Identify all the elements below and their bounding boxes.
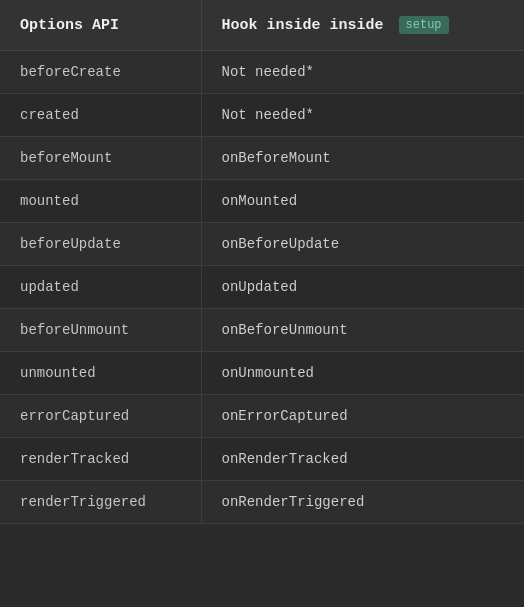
- options-api-cell: beforeUpdate: [0, 223, 201, 266]
- options-api-cell: beforeUnmount: [0, 309, 201, 352]
- table-row: beforeUpdateonBeforeUpdate: [0, 223, 524, 266]
- options-api-cell: renderTracked: [0, 438, 201, 481]
- hook-cell: onMounted: [201, 180, 524, 223]
- table-row: renderTrackedonRenderTracked: [0, 438, 524, 481]
- table-body: beforeCreateNot needed*createdNot needed…: [0, 51, 524, 524]
- options-api-cell: renderTriggered: [0, 481, 201, 524]
- hook-cell: onErrorCaptured: [201, 395, 524, 438]
- table-row: beforeMountonBeforeMount: [0, 137, 524, 180]
- table-row: unmountedonUnmounted: [0, 352, 524, 395]
- options-api-cell: beforeMount: [0, 137, 201, 180]
- table-row: beforeCreateNot needed*: [0, 51, 524, 94]
- hook-cell: onBeforeUpdate: [201, 223, 524, 266]
- hook-cell: onRenderTracked: [201, 438, 524, 481]
- setup-badge: setup: [399, 16, 449, 34]
- lifecycle-table: Options API Hook inside inside setup bef…: [0, 0, 524, 524]
- table-row: errorCapturedonErrorCaptured: [0, 395, 524, 438]
- options-api-cell: beforeCreate: [0, 51, 201, 94]
- options-api-cell: updated: [0, 266, 201, 309]
- hook-cell: onBeforeUnmount: [201, 309, 524, 352]
- table-row: createdNot needed*: [0, 94, 524, 137]
- lifecycle-table-container: Options API Hook inside inside setup bef…: [0, 0, 524, 524]
- options-api-cell: created: [0, 94, 201, 137]
- options-api-cell: mounted: [0, 180, 201, 223]
- table-row: renderTriggeredonRenderTriggered: [0, 481, 524, 524]
- hook-cell: Not needed*: [201, 51, 524, 94]
- table-header-row: Options API Hook inside inside setup: [0, 0, 524, 51]
- hook-cell: onRenderTriggered: [201, 481, 524, 524]
- hook-cell: Not needed*: [201, 94, 524, 137]
- table-row: mountedonMounted: [0, 180, 524, 223]
- table-row: updatedonUpdated: [0, 266, 524, 309]
- col-options-api-header: Options API: [0, 0, 201, 51]
- hook-cell: onBeforeMount: [201, 137, 524, 180]
- hook-cell: onUnmounted: [201, 352, 524, 395]
- options-api-cell: errorCaptured: [0, 395, 201, 438]
- hook-cell: onUpdated: [201, 266, 524, 309]
- table-row: beforeUnmountonBeforeUnmount: [0, 309, 524, 352]
- col-hook-header: Hook inside inside setup: [201, 0, 524, 51]
- options-api-cell: unmounted: [0, 352, 201, 395]
